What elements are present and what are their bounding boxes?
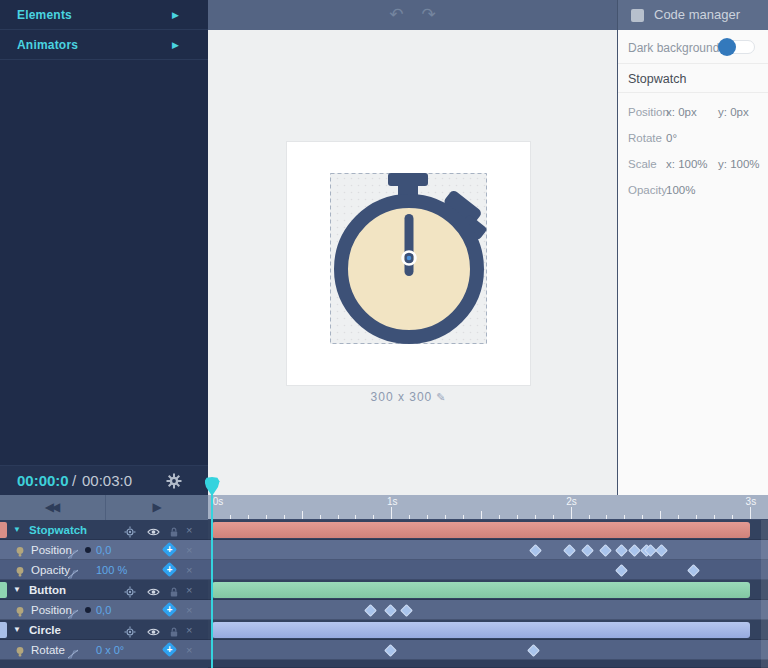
- track-header-button[interactable]: ▼ Button ×: [0, 580, 208, 600]
- keyframe-diamond[interactable]: [384, 604, 397, 617]
- elements-label: Elements: [17, 0, 72, 30]
- target-origin-icon[interactable]: [124, 524, 136, 536]
- delete-property-icon[interactable]: ×: [186, 540, 192, 560]
- property-value[interactable]: 0,0: [96, 540, 111, 560]
- artboard[interactable]: [287, 142, 530, 385]
- keyframe-diamond[interactable]: [400, 604, 413, 617]
- add-keyframe-button[interactable]: +: [162, 562, 178, 578]
- keyframe-row-stopwatch-opacity[interactable]: [208, 560, 768, 580]
- timeline-scrollbar[interactable]: [761, 520, 768, 668]
- timeline-ruler[interactable]: 0s1s2s3s: [208, 495, 768, 520]
- sidebar-item-elements[interactable]: Elements ▶: [0, 0, 208, 30]
- plus-icon: +: [164, 644, 175, 655]
- play-button[interactable]: ▶: [106, 495, 208, 520]
- keyframe-diamond[interactable]: [599, 544, 612, 557]
- track-stopwatch-position[interactable]: Position 0,0 + ×: [0, 540, 208, 560]
- keyframe-row-button-position[interactable]: [208, 600, 768, 620]
- keyframe-diamond[interactable]: [655, 544, 668, 557]
- delete-property-icon[interactable]: ×: [186, 640, 192, 660]
- duration-bar-button[interactable]: [212, 582, 750, 598]
- delete-property-icon[interactable]: ×: [186, 560, 192, 580]
- track-header-circle[interactable]: ▼ Circle ×: [0, 620, 208, 640]
- property-y-value: y: 100%: [718, 158, 760, 170]
- track-header-stopwatch[interactable]: ▼ Stopwatch ×: [0, 520, 208, 540]
- caret-down-icon[interactable]: ▼: [13, 580, 21, 600]
- size-value: 300 x 300: [371, 390, 433, 404]
- keyframe-diamond[interactable]: [364, 604, 377, 617]
- easing-graph-icon[interactable]: [67, 605, 79, 615]
- keyframe-diamond[interactable]: [628, 544, 641, 557]
- origin-dot-icon[interactable]: [85, 607, 91, 613]
- duration-bar-stopwatch[interactable]: [212, 522, 750, 538]
- delete-track-icon[interactable]: ×: [186, 520, 192, 540]
- delete-track-icon[interactable]: ×: [186, 620, 192, 640]
- time-separator: /: [72, 472, 76, 489]
- target-origin-icon[interactable]: [124, 624, 136, 636]
- property-label: Opacity: [628, 184, 667, 196]
- keyframe-row-stopwatch-position[interactable]: [208, 540, 768, 560]
- code-manager-label: Code manager: [654, 0, 740, 30]
- caret-down-icon[interactable]: ▼: [13, 520, 21, 540]
- duration-bar-circle[interactable]: [212, 622, 750, 638]
- undo-icon[interactable]: ↶: [389, 1, 403, 29]
- transport-controls: ◀◀ ▶: [0, 495, 208, 520]
- visibility-eye-icon[interactable]: [147, 624, 159, 636]
- ruler-second-label: 3s: [746, 496, 757, 507]
- element-properties: Position x: 0px y: 0px Rotate 0° Scale x…: [618, 93, 768, 203]
- redo-icon[interactable]: ↷: [422, 1, 436, 29]
- property-value[interactable]: 0 x 0°: [96, 640, 124, 660]
- keyframe-row-circle-rotate[interactable]: [208, 640, 768, 660]
- sidebar-item-animators[interactable]: Animators ▶: [0, 30, 208, 60]
- add-keyframe-button[interactable]: +: [162, 542, 178, 558]
- rewind-button[interactable]: ◀◀: [0, 495, 106, 520]
- property-name: Position: [31, 600, 72, 620]
- visibility-eye-icon[interactable]: [147, 524, 159, 536]
- keyframe-diamond[interactable]: [581, 544, 594, 557]
- keyframe-diamond[interactable]: [529, 544, 542, 557]
- total-time: 00:03:0: [82, 472, 132, 489]
- lock-icon[interactable]: [168, 524, 180, 536]
- keyframe-diamond[interactable]: [563, 544, 576, 557]
- keyframe-diamond[interactable]: [615, 564, 628, 577]
- code-manager-header: Code manager: [618, 0, 768, 30]
- track-stopwatch-opacity[interactable]: Opacity 100 % + ×: [0, 560, 208, 580]
- properties-panel: Code manager Dark background: Stopwatch …: [617, 0, 768, 496]
- add-keyframe-button[interactable]: +: [162, 642, 178, 658]
- keyframe-diamond[interactable]: [687, 564, 700, 577]
- lock-icon[interactable]: [168, 584, 180, 596]
- track-circle-rotate[interactable]: Rotate 0 x 0° + ×: [0, 640, 208, 660]
- easing-graph-icon[interactable]: [67, 545, 79, 555]
- stopwatch-artwork[interactable]: [287, 142, 530, 385]
- settings-gear-icon[interactable]: [166, 473, 182, 489]
- dark-background-label: Dark background:: [628, 41, 723, 55]
- property-x-value: x: 100%: [666, 158, 708, 170]
- keyframe-diamond[interactable]: [384, 644, 397, 657]
- property-row-opacity: Opacity 100%: [618, 177, 768, 203]
- plus-icon: +: [164, 604, 175, 615]
- dark-background-toggle[interactable]: [719, 40, 755, 54]
- visibility-eye-icon[interactable]: [147, 584, 159, 596]
- track-color-circle: [0, 622, 7, 638]
- lock-icon[interactable]: [168, 624, 180, 636]
- chevron-right-icon: ▶: [172, 30, 179, 60]
- ruler-second-label: 0s: [213, 496, 224, 507]
- bulb-icon: [15, 644, 25, 656]
- origin-dot-icon[interactable]: [85, 547, 91, 553]
- property-value[interactable]: 100 %: [96, 560, 127, 580]
- canvas[interactable]: 300 x 300✎: [208, 30, 617, 496]
- keyframe-diamond[interactable]: [615, 544, 628, 557]
- track-button-position[interactable]: Position 0,0 + ×: [0, 600, 208, 620]
- property-value[interactable]: 0,0: [96, 600, 111, 620]
- ruler-second-label: 1s: [387, 496, 398, 507]
- keyframe-diamond[interactable]: [527, 644, 540, 657]
- track-list: ▼ Stopwatch ×: [0, 520, 208, 668]
- easing-graph-icon[interactable]: [67, 565, 79, 575]
- code-manager-checkbox[interactable]: [631, 9, 644, 22]
- add-keyframe-button[interactable]: +: [162, 602, 178, 618]
- target-origin-icon[interactable]: [124, 584, 136, 596]
- easing-graph-icon[interactable]: [67, 645, 79, 655]
- caret-down-icon[interactable]: ▼: [13, 620, 21, 640]
- delete-property-icon[interactable]: ×: [186, 600, 192, 620]
- edit-size-pencil-icon[interactable]: ✎: [436, 391, 446, 403]
- delete-track-icon[interactable]: ×: [186, 580, 192, 600]
